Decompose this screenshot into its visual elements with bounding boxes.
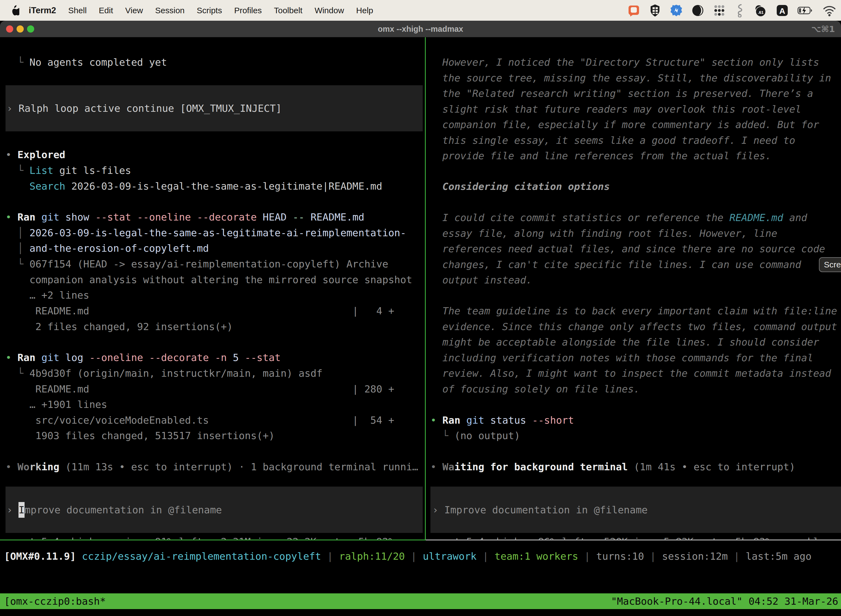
keyboard-shortcut-badge: ⌥⌘1 [811, 21, 835, 37]
battery-charging-icon[interactable] [797, 4, 813, 17]
terminal-line: The team guideline is to back every impo… [431, 303, 841, 319]
moon-circle-icon[interactable] [692, 4, 704, 17]
letter-a-icon[interactable]: A [776, 4, 788, 17]
terminal-line: However, I noticed the "Directory Struct… [431, 54, 841, 70]
letter-a-text: A [779, 6, 785, 15]
menu-status-icons: .61 A [627, 0, 837, 21]
tmux-session-label: [omx-cczip0:bash* [4, 593, 105, 609]
terminal-line: companion file, especially if more comme… [431, 117, 841, 132]
waiting-status-line: • Waiting for background terminal (1m 41… [431, 459, 841, 475]
terminal-line: review. Also, I might want to inspect th… [431, 365, 841, 381]
dots-grid-icon[interactable] [713, 4, 726, 17]
menu-items: iTerm2ShellEditViewSessionScriptsProfile… [29, 6, 373, 15]
terminal-line: slight risk that future readers may over… [431, 101, 841, 117]
right-terminal-pane[interactable]: However, I noticed the "Directory Struct… [431, 37, 841, 540]
apple-menu-icon[interactable] [10, 5, 19, 16]
terminal-line: README.md | 280 + [6, 381, 425, 397]
menu-item-toolbelt[interactable]: Toolbelt [274, 6, 302, 15]
shield-grid-icon[interactable] [649, 4, 661, 17]
terminal-line: provide file and line references from th… [431, 148, 841, 164]
terminal-line: of focusing solely on file lines. [431, 381, 841, 397]
squiggle-icon[interactable] [734, 4, 744, 18]
terminal-line: evidence. Since this change only affects… [431, 319, 841, 334]
omx-status-line: [OMX#0.11.9] cczip/essay/ai-reimplementa… [4, 549, 837, 564]
terminal-line: including verification notes with those … [431, 350, 841, 366]
menu-item-scripts[interactable]: Scripts [197, 6, 222, 15]
terminal-line: changes, I can't cite specific file line… [431, 257, 841, 273]
menu-item-iterm2[interactable]: iTerm2 [29, 6, 56, 15]
prompt-input[interactable]: › Improve documentation in @filename [431, 487, 841, 533]
menu-item-window[interactable]: Window [315, 6, 344, 15]
terminal-line: essay file, along with finding root file… [431, 226, 841, 241]
tmux-status-bar: [omx-cczip0:bash* "MacBook-Pro-44.local"… [0, 593, 841, 609]
terminal-line: │ 2026-03-09-is-legal-the-same-as-legiti… [6, 225, 425, 241]
terminal-line: • Ran git log --oneline --decorate -n 5 … [6, 350, 425, 365]
menu-item-session[interactable]: Session [155, 6, 185, 15]
menu-item-edit[interactable]: Edit [99, 6, 113, 15]
prompt-input[interactable]: › Improve documentation in @filename [6, 487, 423, 533]
screen-overlay-label: Scre [824, 260, 841, 269]
terminal-line: this single essay, it seems like a good … [431, 132, 841, 148]
terminal-line: └ (no output) [431, 428, 841, 443]
terminal-line: 2 files changed, 92 insertions(+) [6, 319, 425, 334]
tmux-clock: "MacBook-Pro-44.local" 04:52 31-Mar-26 [611, 593, 838, 609]
bottom-terminal-pane: [OMX#0.11.9] cczip/essay/ai-reimplementa… [4, 540, 837, 593]
chat-app-icon[interactable] [627, 4, 640, 17]
gauge-61-icon[interactable]: .61 [753, 4, 767, 17]
terminal-line: Search 2026-03-09-is-legal-the-same-as-l… [6, 178, 425, 194]
menu-item-view[interactable]: View [125, 6, 143, 15]
terminal-line: • Ran git status --short [431, 412, 841, 428]
iterm-window: omx --xhigh --madmax ⌥⌘1 └ No agents com… [0, 21, 841, 616]
terminal-line: └ No agents completed yet [6, 54, 425, 70]
working-status-line: • Working (11m 13s • esc to interrupt) ·… [6, 459, 425, 475]
pane-divider[interactable] [425, 37, 426, 540]
terminal-line: └ 067f154 (HEAD -> essay/ai-reimplementa… [6, 256, 425, 272]
ralph-loop-banner: › Ralph loop active continue [OMX_TMUX_I… [6, 85, 423, 131]
reasoning-heading: Considering citation options [431, 179, 841, 194]
terminal-line: … +2 lines [6, 287, 425, 303]
terminal-line: I could cite commit statistics or refere… [431, 210, 841, 226]
terminal-line: might be acceptable alongside the file l… [431, 334, 841, 350]
terminal-line: README.md | 4 + [6, 303, 425, 319]
terminal-line: │ and-the-erosion-of-copyleft.md [6, 241, 425, 256]
menu-item-help[interactable]: Help [356, 6, 373, 15]
blue-badge-icon[interactable] [670, 4, 683, 17]
menu-bar: iTerm2ShellEditViewSessionScriptsProfile… [0, 0, 841, 21]
terminal-line: └ List git ls-files [6, 163, 425, 178]
terminal-line: companion analysis without altering the … [6, 272, 425, 287]
window-title: omx --xhigh --madmax [0, 21, 841, 37]
terminal-line: the source tree, missing the essay. Stil… [431, 70, 841, 86]
terminal-line: 1903 files changed, 513517 insertions(+) [6, 428, 425, 443]
terminal-line: • Explored [6, 147, 425, 163]
terminal-line: • Ran git show --stat --oneline --decora… [6, 209, 425, 225]
menu-item-profiles[interactable]: Profiles [234, 6, 262, 15]
terminal-line: references need actual files, and since … [431, 241, 841, 257]
gauge-badge-text: .61 [758, 10, 764, 15]
terminal-line: src/voice/voiceModeEnabled.ts | 54 + [6, 412, 425, 428]
window-titlebar[interactable]: omx --xhigh --madmax ⌥⌘1 [0, 21, 841, 37]
left-terminal-pane[interactable]: └ No agents completed yet› Ralph loop ac… [6, 37, 425, 540]
terminal-line: └ 4b9d30f (origin/main, instructkr/main,… [6, 365, 425, 381]
terminal-line: the "Related research writing" section i… [431, 85, 841, 101]
menu-item-shell[interactable]: Shell [68, 6, 86, 15]
terminal-line: … +1901 lines [6, 397, 425, 412]
wifi-icon[interactable] [822, 4, 837, 17]
screen-overlay-button[interactable]: Scre [819, 257, 841, 272]
terminal-line: output instead. [431, 272, 841, 288]
